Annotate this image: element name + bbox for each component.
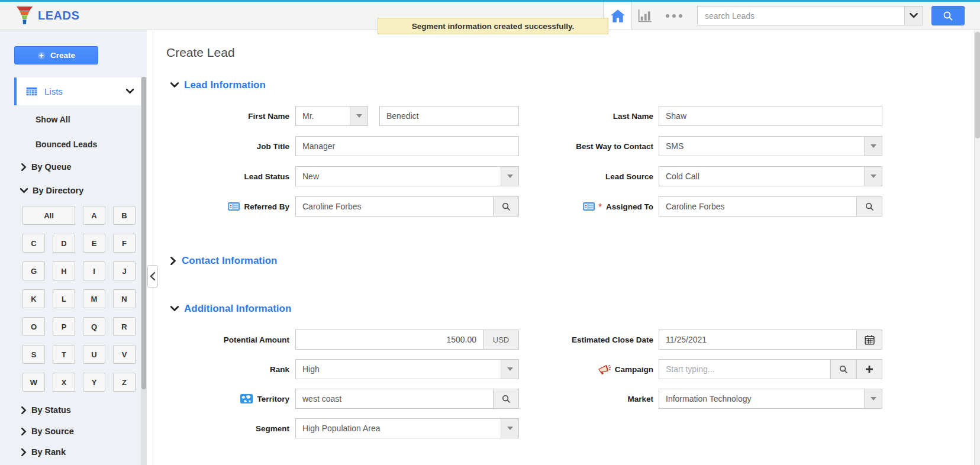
section-header-additional-information[interactable]: Additional Information <box>170 303 291 315</box>
directory-letter-p[interactable]: P <box>53 317 75 336</box>
assigned-to-search-button[interactable] <box>857 196 882 217</box>
segment-select[interactable]: High Population Area <box>295 418 519 438</box>
page-scrollbar[interactable] <box>974 30 980 465</box>
sidebar-group-by-directory[interactable]: By Directory <box>20 185 83 196</box>
last-name-input[interactable] <box>659 106 882 126</box>
lead-status-select[interactable]: New <box>295 166 519 186</box>
chevron-right-icon <box>170 257 176 265</box>
directory-letter-h[interactable]: H <box>53 261 75 280</box>
directory-letter-s[interactable]: S <box>22 345 45 364</box>
directory-letter-b[interactable]: B <box>113 206 136 225</box>
sidebar-group-by-rank[interactable]: By Rank <box>21 446 66 458</box>
directory-letter-l[interactable]: L <box>53 289 75 308</box>
chevron-left-icon <box>150 272 156 281</box>
directory-letter-c[interactable]: C <box>22 234 45 253</box>
search-scope-dropdown[interactable] <box>904 7 923 25</box>
plus-icon <box>865 365 873 373</box>
directory-letter-grid: AllABCDEFGHIJKLMNOPQRSTUVWXYZ <box>22 206 136 392</box>
first-name-input[interactable] <box>379 106 519 126</box>
sidebar-item-bounced-leads[interactable]: Bounced Leads <box>36 138 97 150</box>
sidebar-group-label: By Directory <box>33 186 83 195</box>
search-input[interactable] <box>698 7 904 25</box>
job-title-input[interactable] <box>295 136 519 156</box>
page-scrollbar-thumb[interactable] <box>975 32 980 138</box>
potential-amount-input[interactable] <box>295 330 483 350</box>
directory-letter-r[interactable]: R <box>113 317 136 336</box>
directory-letter-v[interactable]: V <box>113 345 136 364</box>
campaign-add-button[interactable] <box>856 359 882 379</box>
world-map-icon <box>240 394 253 403</box>
currency-addon: USD <box>483 330 519 350</box>
dropdown-arrow-icon <box>864 137 882 156</box>
campaign-search-button[interactable] <box>831 359 856 379</box>
territory-search-button[interactable] <box>494 389 519 409</box>
search-icon <box>502 202 511 211</box>
salutation-select[interactable]: Mr. <box>295 106 368 126</box>
form-row: Territory Market Information Technology <box>166 389 884 409</box>
sidebar-group-label: By Status <box>31 405 71 415</box>
directory-letter-u[interactable]: U <box>83 345 105 364</box>
directory-letter-g[interactable]: G <box>22 261 45 280</box>
section-title: Contact Information <box>182 255 278 267</box>
sidebar-item-label: Lists <box>44 86 63 96</box>
sidebar-group-by-source[interactable]: By Source <box>21 425 74 437</box>
megaphone-icon <box>598 364 611 375</box>
directory-letter-z[interactable]: Z <box>113 373 136 392</box>
directory-letter-t[interactable]: T <box>53 345 75 364</box>
directory-letter-n[interactable]: N <box>113 289 136 308</box>
sidebar-scrollbar-thumb[interactable] <box>141 77 146 389</box>
directory-letter-j[interactable]: J <box>113 261 136 280</box>
field-label-job-title: Job Title <box>166 136 289 156</box>
search-icon <box>865 202 874 211</box>
directory-letter-d[interactable]: D <box>53 234 75 253</box>
directory-letter-i[interactable]: I <box>83 261 105 280</box>
bar-chart-icon[interactable] <box>638 2 652 30</box>
create-button[interactable]: Create <box>14 46 98 64</box>
estimated-close-date-input[interactable] <box>659 330 857 350</box>
calendar-icon <box>865 335 875 345</box>
sidebar-group-by-status[interactable]: By Status <box>21 404 71 416</box>
field-label-potential-amount: Potential Amount <box>166 330 289 350</box>
directory-letter-m[interactable]: M <box>83 289 105 308</box>
section-header-lead-information[interactable]: Lead Information <box>170 79 266 91</box>
directory-letter-o[interactable]: O <box>22 317 45 336</box>
campaign-input[interactable] <box>659 359 831 379</box>
dropdown-arrow-icon <box>864 389 882 408</box>
assigned-to-input[interactable] <box>659 196 857 217</box>
field-label-assigned-to: * Assigned To <box>529 196 653 217</box>
referred-by-input[interactable] <box>295 196 494 217</box>
sidebar-collapse-button[interactable] <box>147 265 158 288</box>
form-row: Segment High Population Area <box>166 418 884 438</box>
contact-card-icon <box>228 202 240 211</box>
directory-letter-x[interactable]: X <box>53 373 75 392</box>
section-header-contact-information[interactable]: Contact Information <box>170 255 278 267</box>
directory-letter-q[interactable]: Q <box>83 317 105 336</box>
directory-letter-k[interactable]: K <box>22 289 45 308</box>
create-button-label: Create <box>50 51 75 60</box>
directory-letter-all[interactable]: All <box>22 206 75 225</box>
sidebar-scrollbar[interactable] <box>141 77 147 465</box>
sidebar-item-lists[interactable]: Lists <box>14 78 141 105</box>
field-label-best-way-to-contact: Best Way to Contact <box>529 136 653 156</box>
directory-letter-a[interactable]: A <box>83 206 105 225</box>
rank-select[interactable]: High <box>295 359 519 379</box>
market-select[interactable]: Information Technology <box>659 389 882 409</box>
territory-input[interactable] <box>295 389 494 409</box>
search-button[interactable] <box>931 6 965 25</box>
lead-source-select[interactable]: Cold Call <box>659 166 882 186</box>
field-label-market: Market <box>529 389 653 409</box>
chevron-down-icon <box>170 306 179 312</box>
page-title: Create Lead <box>166 46 235 60</box>
directory-letter-w[interactable]: W <box>22 373 45 392</box>
sidebar-group-by-queue[interactable]: By Queue <box>21 161 72 173</box>
chevron-right-icon <box>21 428 27 435</box>
directory-letter-f[interactable]: F <box>113 234 136 253</box>
referred-by-search-button[interactable] <box>494 196 519 217</box>
directory-letter-y[interactable]: Y <box>83 373 105 392</box>
best-way-to-contact-select[interactable]: SMS <box>659 136 882 156</box>
date-picker-button[interactable] <box>857 330 882 350</box>
directory-letter-e[interactable]: E <box>83 234 105 253</box>
ellipsis-icon[interactable] <box>666 2 682 30</box>
dropdown-arrow-icon <box>501 360 518 379</box>
sidebar-item-show-all[interactable]: Show All <box>36 114 70 125</box>
